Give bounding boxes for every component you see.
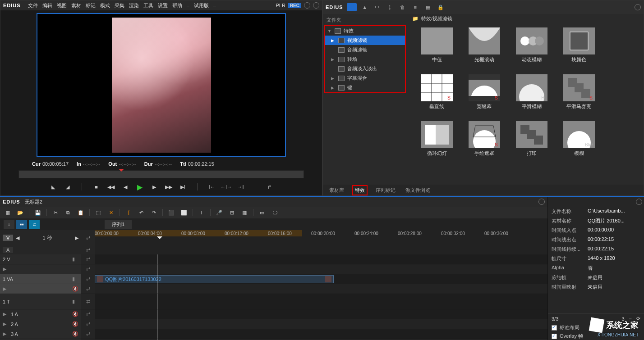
- track-1va-lane[interactable]: QQ图片20160317133022: [95, 274, 547, 284]
- v-button[interactable]: V: [3, 235, 13, 241]
- layout-button[interactable]: ▭: [258, 209, 266, 217]
- undo-button[interactable]: ↶: [137, 209, 145, 217]
- insert-button[interactable]: ⬛: [167, 209, 175, 217]
- next-frame-button[interactable]: ▶: [149, 183, 159, 191]
- track-2v-lane[interactable]: [95, 254, 547, 264]
- trash-icon[interactable]: 🗑: [398, 3, 407, 12]
- track-1t-header[interactable]: 1 T▮: [0, 294, 81, 309]
- stop-button[interactable]: ■: [92, 183, 101, 191]
- track-3a-lane[interactable]: [95, 329, 547, 339]
- tree-item-video-filter[interactable]: ▶视频滤镜: [325, 36, 405, 45]
- fx-item[interactable]: 中值: [413, 27, 460, 73]
- track-1va-sublane[interactable]: [95, 284, 547, 294]
- track-3a-header[interactable]: ▶3 A🔇: [0, 329, 81, 339]
- menu-file[interactable]: 文件: [28, 2, 38, 9]
- menu-edit[interactable]: 编辑: [42, 2, 52, 9]
- clip-item[interactable]: QQ图片20160317133022: [95, 275, 334, 283]
- multicam-button[interactable]: ▦: [240, 209, 248, 217]
- fx-item[interactable]: 光栅滚动: [460, 27, 508, 73]
- title-button[interactable]: T: [198, 209, 206, 217]
- rewind-button[interactable]: ◀◀: [106, 183, 116, 191]
- track-2v-sub[interactable]: ▶: [0, 264, 81, 274]
- goto-out-button[interactable]: →I: [236, 183, 246, 191]
- sequence-tab[interactable]: 序列1: [105, 220, 132, 229]
- mark-out-button[interactable]: ◢: [63, 183, 73, 191]
- monitor-button[interactable]: 🖵: [271, 209, 279, 217]
- track-1a-lane[interactable]: [95, 309, 547, 319]
- fx-close-button[interactable]: [635, 4, 641, 10]
- props-close-button[interactable]: [636, 199, 642, 205]
- menu-marker[interactable]: 标记: [86, 2, 96, 9]
- menu-tool[interactable]: 工具: [143, 2, 153, 9]
- mute-icon[interactable]: 🔇: [72, 331, 78, 337]
- menu-render[interactable]: 渲染: [129, 2, 139, 9]
- vscope-button[interactable]: ⊞: [228, 209, 236, 217]
- fx-item[interactable]: s宽银幕: [460, 74, 508, 119]
- new-button[interactable]: ▦: [4, 209, 12, 217]
- tree-root-effects[interactable]: ▼特效: [325, 26, 405, 36]
- mode-toggle-2[interactable]: ☷: [16, 220, 27, 229]
- tab-browser[interactable]: 源文件浏览: [404, 186, 432, 195]
- tab-library[interactable]: 素材库: [327, 186, 346, 195]
- nav-right-icon[interactable]: ▶: [75, 235, 78, 241]
- tree-item-transition[interactable]: ▶转场: [325, 54, 405, 64]
- mic-button[interactable]: 🎤: [215, 209, 223, 217]
- fx-item[interactable]: s垂直线: [413, 74, 460, 119]
- exchange-icon[interactable]: ⇄: [81, 245, 95, 254]
- redo-button[interactable]: ↷: [150, 209, 158, 217]
- up-icon[interactable]: ▲: [360, 3, 369, 12]
- fx-item[interactable]: 打印: [508, 121, 555, 166]
- in-icon[interactable]: ⭤: [373, 3, 382, 12]
- menu-view[interactable]: 视图: [57, 2, 67, 9]
- fx-item[interactable]: Blur模糊: [555, 121, 603, 166]
- mute-icon[interactable]: 🔇: [72, 311, 78, 317]
- mark-in-button[interactable]: ◣: [48, 183, 58, 191]
- export-button[interactable]: ↱: [265, 183, 275, 191]
- tree-item-title-mix[interactable]: ▶字幕混合: [325, 73, 405, 83]
- open-button[interactable]: 📂: [16, 209, 24, 217]
- menu-mode[interactable]: 模式: [100, 2, 110, 9]
- tab-effects[interactable]: 特效: [352, 185, 368, 195]
- copy-button[interactable]: ⧉: [64, 209, 72, 217]
- mute-icon[interactable]: 🔇: [72, 286, 78, 292]
- scrub-bar[interactable]: [18, 170, 304, 178]
- paste-button[interactable]: 📋: [77, 209, 85, 217]
- a-button[interactable]: A: [3, 247, 13, 253]
- track-2v-sublane[interactable]: [95, 264, 547, 274]
- menu-clip[interactable]: 素材: [71, 2, 81, 9]
- out-icon[interactable]: ⭥: [386, 3, 395, 12]
- track-2a-header[interactable]: ▶2 A🔇: [0, 319, 81, 329]
- menu-setting[interactable]: 设置: [158, 2, 168, 9]
- save-button[interactable]: 💾: [34, 209, 42, 217]
- fx-item[interactable]: s手绘遮罩: [460, 121, 508, 166]
- overwrite-button[interactable]: ⬜: [180, 209, 188, 217]
- loop-button[interactable]: ▶I: [178, 183, 188, 191]
- list-icon[interactable]: ≡: [411, 3, 420, 12]
- track-1va-sub[interactable]: ▶🔇: [0, 284, 81, 294]
- play-button[interactable]: ▶: [135, 183, 145, 191]
- zoom-level[interactable]: 1 秒: [22, 235, 72, 241]
- mode-toggle-3[interactable]: ⊂: [29, 220, 40, 229]
- mode-toggle-1[interactable]: ↕: [4, 220, 14, 229]
- tree-item-audio-filter[interactable]: 音频滤镜: [325, 45, 405, 54]
- split-button[interactable]: ⟦: [124, 209, 133, 217]
- time-ruler[interactable]: 00:00:00:0000:00:04:0000:00:08:0000:00:1…: [95, 230, 547, 245]
- folder-icon[interactable]: [347, 3, 357, 11]
- track-1t-lane[interactable]: [95, 294, 547, 309]
- close-button[interactable]: [313, 2, 319, 9]
- goto-in-button[interactable]: I←: [207, 183, 217, 191]
- track-1va-header[interactable]: 1 VA▮: [0, 274, 81, 284]
- tree-item-key[interactable]: ▶键: [325, 83, 405, 92]
- preview-viewport[interactable]: [37, 13, 286, 157]
- fx-item[interactable]: 循环幻灯: [413, 121, 460, 166]
- lock-icon[interactable]: 🔒: [436, 3, 445, 12]
- tree-item-audio-fade[interactable]: 音频淡入淡出: [325, 64, 405, 73]
- exchange-icon[interactable]: ⇄: [81, 230, 95, 245]
- goto-cut-button[interactable]: ←I→: [221, 183, 231, 191]
- track-2v-header[interactable]: 2 V▮: [0, 254, 81, 264]
- track-1a-header[interactable]: ▶1 A🔇: [0, 309, 81, 319]
- tab-markers[interactable]: 序列标记: [374, 186, 397, 195]
- track-2a-lane[interactable]: [95, 319, 547, 329]
- fx-item[interactable]: 块颜色: [555, 27, 603, 73]
- grid-icon[interactable]: ▦: [423, 3, 432, 12]
